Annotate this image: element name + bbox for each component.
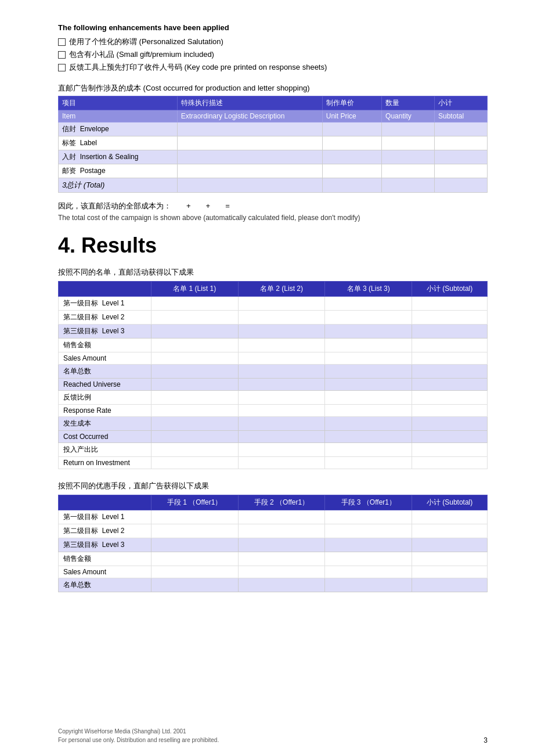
cost-cell-sub-3: [435, 164, 488, 178]
res2-val1-4: [151, 566, 238, 578]
checkbox-item-3: 反馈工具上预先打印了收件人号码 (Key code pre printed on…: [58, 62, 488, 73]
res1-sub-8: [412, 405, 488, 417]
res2-val2-2: [238, 538, 325, 552]
res2-col-offer1: 手段 1 （Offer1）: [151, 495, 238, 510]
res1-val3-11: [325, 443, 412, 457]
cost-total-label: 3总计 (Total): [59, 178, 178, 193]
res1-val2-6: [238, 379, 325, 391]
res2-val2-1: [238, 524, 325, 538]
res2-val1-5: [151, 578, 238, 592]
res1-val2-5: [238, 365, 325, 379]
cost-table-header-en: Item Extraordinary Logistic Description …: [59, 110, 488, 123]
cost-total-sub: [435, 178, 488, 193]
res2-sub-3: [412, 552, 488, 566]
results-table-1: 名单 1 (List 1) 名单 2 (List 2) 名单 3 (List 3…: [58, 281, 488, 469]
res1-label-2: 第三级目标 Level 3: [59, 325, 151, 339]
res1-label-6: Reached Universe: [59, 379, 151, 391]
res1-val1-11: [151, 443, 238, 457]
res1-val1-3: [151, 339, 238, 352]
col-item-en: Item: [59, 110, 178, 123]
cost-cell-item-0: 信封 Envelope: [59, 123, 178, 136]
res1-val3-3: [325, 339, 412, 352]
res1-label-7: 反馈比例: [59, 391, 151, 405]
cost-cell-item-2: 入封 Insertion & Sealing: [59, 150, 178, 164]
enhancements-title: The following enhancements have been app…: [58, 23, 488, 32]
res2-label-4: Sales Amount: [59, 566, 151, 578]
res2-val3-1: [325, 524, 412, 538]
res1-val3-7: [325, 391, 412, 405]
footer-line1: Copyright WiseHorse Media (Shanghai) Ltd…: [58, 727, 219, 736]
cost-total-desc: [177, 178, 322, 193]
res1-row-4: Sales Amount: [59, 352, 488, 365]
res2-val1-1: [151, 524, 238, 538]
res1-row-12: Return on Investment: [59, 457, 488, 469]
cost-cell-qty-0: [382, 123, 435, 136]
cost-cell-qty-1: [382, 136, 435, 150]
res1-val3-0: [325, 297, 412, 311]
results-table2-label: 按照不同的优惠手段，直邮广告获得以下成果: [58, 481, 488, 491]
cost-row-2: 入封 Insertion & Sealing: [59, 150, 488, 164]
col-qty-en: Quantity: [382, 110, 435, 123]
res2-sub-0: [412, 510, 488, 524]
checkbox-2[interactable]: [58, 51, 66, 59]
res2-col-offer2: 手段 2 （Offer1）: [238, 495, 325, 510]
results-table-2: 手段 1 （Offer1） 手段 2 （Offer1） 手段 3 （Offer1…: [58, 495, 488, 592]
res1-val2-2: [238, 325, 325, 339]
res1-val1-5: [151, 365, 238, 379]
footer: Copyright WiseHorse Media (Shanghai) Ltd…: [58, 727, 219, 744]
res1-row-2: 第三级目标 Level 3: [59, 325, 488, 339]
cost-total-qty: [382, 178, 435, 193]
res2-sub-4: [412, 566, 488, 578]
col-qty-cn: 数量: [382, 96, 435, 110]
res1-col-list2: 名单 2 (List 2): [238, 282, 325, 297]
res1-val1-6: [151, 379, 238, 391]
res2-val2-0: [238, 510, 325, 524]
res1-val1-2: [151, 325, 238, 339]
footer-line2: For personal use only. Distribution and …: [58, 736, 219, 744]
res1-val1-7: [151, 391, 238, 405]
res2-val3-0: [325, 510, 412, 524]
res1-sub-2: [412, 325, 488, 339]
col-item-cn: 项目: [59, 96, 178, 110]
enhancements-section: The following enhancements have been app…: [58, 23, 488, 73]
res1-val2-10: [238, 431, 325, 443]
res1-col-blank: [59, 282, 151, 297]
res1-sub-3: [412, 339, 488, 352]
res1-val1-1: [151, 311, 238, 325]
res1-label-0: 第一级目标 Level 1: [59, 297, 151, 311]
page-number: 3: [484, 736, 488, 744]
cost-cell-price-0: [322, 123, 381, 136]
res2-row-0: 第一级目标 Level 1: [59, 510, 488, 524]
res2-label-5: 名单总数: [59, 578, 151, 592]
cost-cell-desc-0: [177, 123, 322, 136]
col-price-en: Unit Price: [322, 110, 381, 123]
res1-val2-3: [238, 339, 325, 352]
res1-label-12: Return on Investment: [59, 457, 151, 469]
cost-cell-item-1: 标签 Label: [59, 136, 178, 150]
res1-val3-12: [325, 457, 412, 469]
cost-cell-sub-2: [435, 150, 488, 164]
res2-val1-0: [151, 510, 238, 524]
res1-val2-7: [238, 391, 325, 405]
cost-table-header-cn: 项目 特殊执行描述 制作单价 数量 小计: [59, 96, 488, 110]
res1-val3-9: [325, 417, 412, 431]
res1-sub-4: [412, 352, 488, 365]
res1-sub-9: [412, 417, 488, 431]
res1-sub-1: [412, 311, 488, 325]
results-table1-header: 名单 1 (List 1) 名单 2 (List 2) 名单 3 (List 3…: [59, 282, 488, 297]
checkbox-item-1: 使用了个性化的称谓 (Personalized Salutation): [58, 37, 488, 47]
res2-col-offer3: 手段 3 （Offer1）: [325, 495, 412, 510]
checkbox-item-2: 包含有小礼品 (Small gift/premium included): [58, 49, 488, 60]
checkbox-label-1: 使用了个性化的称谓 (Personalized Salutation): [69, 37, 223, 47]
checkbox-label-3: 反馈工具上预先打印了收件人号码 (Key code pre printed on…: [69, 62, 327, 73]
checkbox-3[interactable]: [58, 64, 66, 71]
res2-val2-3: [238, 552, 325, 566]
res2-row-2: 第三级目标 Level 3: [59, 538, 488, 552]
res2-sub-1: [412, 524, 488, 538]
cost-row-3: 邮资 Postage: [59, 164, 488, 178]
res1-val3-8: [325, 405, 412, 417]
res2-row-4: Sales Amount: [59, 566, 488, 578]
checkbox-1[interactable]: [58, 38, 66, 46]
col-desc-cn: 特殊执行描述: [177, 96, 322, 110]
res1-val1-4: [151, 352, 238, 365]
